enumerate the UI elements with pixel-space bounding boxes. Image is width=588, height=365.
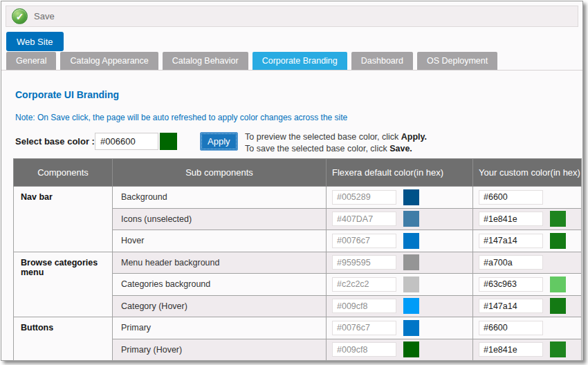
tab-catalog-appearance[interactable]: Catalog Appearance [60,52,158,70]
custom-hex-input[interactable]: #a700a [479,255,543,270]
default-color-swatch [403,298,419,314]
default-color-swatch [403,211,419,227]
default-hex-input: #009cf8 [332,299,396,313]
base-color-row: Select base color : Apply To preview the… [1,132,582,153]
custom-hex-input[interactable]: #147a14 [479,234,543,248]
sub-component-cell: Categories background [113,274,327,296]
custom-hex-input[interactable]: #1e841e [479,212,543,226]
custom-hex-input[interactable]: #6600 [479,190,543,205]
default-color-swatch [403,341,419,357]
default-hex-input: #959595 [332,255,396,270]
header-custom-color: Your custom color(in hex) [473,159,582,187]
custom-hex-input[interactable]: #6600 [479,321,543,335]
default-hex-input: #407DA7 [332,212,396,226]
save-check-icon: ✓ [12,8,28,24]
custom-hex-input[interactable]: #63c963 [479,277,543,292]
header-default-color: Flexera default color(in hex) [327,159,473,187]
base-color-label: Select base color : [15,136,95,147]
component-cell: Nav bar [14,187,113,252]
custom-color-swatch [550,341,566,357]
sub-component-cell: Menu header background [113,252,327,274]
tab-strip: General Catalog Appearance Catalog Behav… [6,52,582,71]
custom-color-swatch [550,277,566,292]
base-color-swatch [160,133,177,150]
default-hex-input: #0076c7 [332,321,396,335]
component-cell: Buttons [14,317,113,361]
note-text: Note: On Save click, the page will be au… [15,113,347,122]
custom-color-swatch [550,233,566,249]
table-header-row: Components Sub components Flexera defaul… [14,159,582,187]
help-line-2: To save the selected base color, click S… [245,143,427,155]
table-row: Buttons Primary #0076c7 #6600 [14,317,582,339]
sub-component-cell: Background [113,187,327,209]
custom-color-swatch [550,298,566,314]
base-color-help: To preview the selected base color, clic… [245,131,427,155]
sub-component-cell: Primary [113,317,327,339]
header-components: Components [14,159,113,187]
sub-component-cell: Primary (Hover) [113,339,327,361]
table-row: Nav bar Background #005289 #6600 [14,187,582,209]
component-cell: Browse categories menu [14,252,113,317]
tab-corporate-branding[interactable]: Corporate Branding [252,52,347,70]
tab-web-site[interactable]: Web Site [6,32,64,51]
sub-component-cell: Category (Hover) [113,295,327,317]
custom-hex-input[interactable]: #147a14 [479,299,543,313]
default-hex-input: #005289 [332,190,396,205]
custom-color-swatch [550,211,566,227]
page-title: Corporate UI Branding [15,89,119,100]
table-row: Browse categories menu Menu header backg… [14,252,582,274]
default-color-swatch [403,277,419,292]
base-color-input[interactable] [95,133,158,150]
default-color-swatch [403,254,419,270]
tab-general[interactable]: General [6,52,56,70]
sub-component-cell: Icons (unselected) [113,208,327,230]
default-hex-input: #c2c2c2 [332,277,396,292]
tab-underline [1,70,582,71]
apply-button[interactable]: Apply [200,132,238,151]
default-color-swatch [403,320,419,336]
custom-hex-input[interactable]: #1e841e [479,342,543,357]
tab-catalog-behavior[interactable]: Catalog Behavior [163,52,248,70]
default-hex-input: #0076c7 [332,234,396,248]
save-button-label: Save [34,11,55,21]
header-sub-components: Sub components [113,159,327,187]
save-button[interactable]: ✓ Save [12,8,55,24]
tab-dashboard[interactable]: Dashboard [351,52,413,70]
branding-table: Components Sub components Flexera defaul… [13,158,582,361]
tab-os-deployment[interactable]: OS Deployment [417,52,497,70]
default-hex-input: #009cf8 [332,342,396,357]
default-color-swatch [403,233,419,249]
settings-window: ✓ Save Web Site General Catalog Appearan… [1,1,583,361]
sub-component-cell: Hover [113,230,327,252]
default-color-swatch [403,189,419,205]
top-toolbar: ✓ Save [6,6,578,27]
help-line-1: To preview the selected base color, clic… [245,131,427,143]
